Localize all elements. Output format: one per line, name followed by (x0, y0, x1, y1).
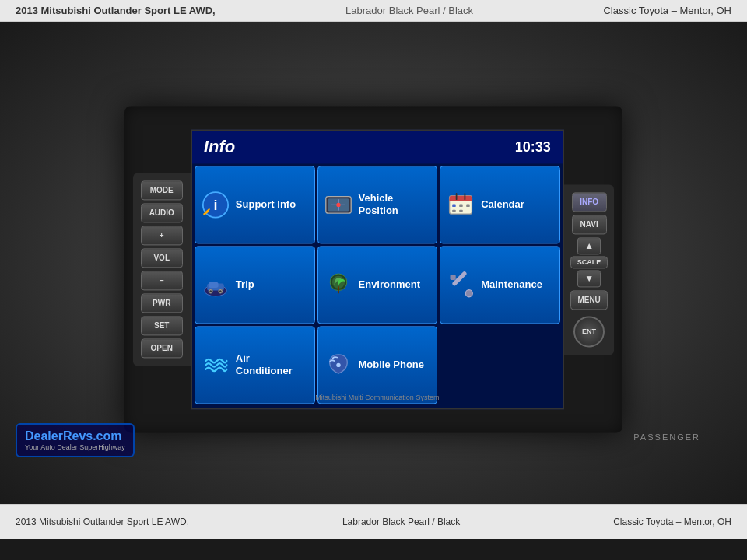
vehicle-position-icon (324, 191, 352, 219)
calendar-icon (447, 191, 475, 219)
menu-item-vehicle-position[interactable]: Vehicle Position (317, 166, 438, 243)
mobile-phone-label: Mobile Phone (359, 359, 425, 372)
bottom-dealer: Classic Toyota – Mentor, OH (613, 516, 731, 527)
vol-label: VOL (141, 248, 183, 268)
menu-item-support-info[interactable]: i Support Info (195, 166, 315, 243)
open-button[interactable]: OPEN (141, 338, 183, 358)
support-info-label: Support Info (236, 199, 296, 212)
menu-item-empty (440, 326, 560, 404)
watermark: DealerRevs.com Your Auto Dealer SuperHig… (16, 423, 135, 457)
screen-time: 10:33 (515, 139, 551, 156)
svg-text:i: i (213, 198, 217, 213)
air-conditioner-label: Air Conditioner (236, 353, 308, 377)
menu-item-trip[interactable]: Trip (195, 246, 315, 324)
menu-grid: i Support Info (192, 163, 563, 406)
infotainment-unit: MODE AUDIO + VOL – PWR SET OPEN Info 10:… (124, 106, 622, 432)
screen-title: Info (204, 137, 235, 157)
info-screen: Info 10:33 i Support Info (191, 129, 564, 409)
vehicle-position-label: Vehicle Position (359, 193, 431, 217)
svg-point-24 (209, 290, 212, 292)
maintenance-icon (447, 271, 475, 299)
svg-rect-14 (452, 205, 456, 208)
watermark-tagline: Your Auto Dealer SuperHighway (25, 443, 125, 451)
watermark-logo: DealerRevs.com (25, 429, 125, 443)
scale-label: SCALE (570, 256, 608, 268)
scale-down-arrow[interactable]: ▼ (577, 270, 601, 287)
top-bar: 2013 Mitsubishi Outlander Sport LE AWD, … (0, 0, 747, 22)
svg-point-32 (336, 363, 340, 367)
info-button[interactable]: INFO (572, 192, 607, 212)
calendar-label: Calendar (481, 199, 524, 212)
passenger-label: PASSENGER (633, 432, 700, 442)
svg-rect-17 (452, 210, 456, 212)
svg-rect-15 (459, 205, 463, 208)
menu-item-air-conditioner[interactable]: Air Conditioner (195, 326, 315, 404)
svg-rect-21 (209, 282, 219, 288)
menu-item-maintenance[interactable]: Maintenance (440, 246, 560, 324)
menu-button[interactable]: MENU (570, 290, 607, 310)
vol-plus-button[interactable]: + (141, 226, 183, 245)
top-bar-title: 2013 Mitsubishi Outlander Sport LE AWD, (16, 5, 216, 16)
top-bar-dealer: Classic Toyota – Mentor, OH (603, 5, 731, 16)
audio-button[interactable]: AUDIO (141, 203, 183, 222)
scale-arrows: ▲ SCALE ▼ (570, 237, 608, 287)
air-conditioner-icon (202, 351, 230, 379)
ent-knob[interactable]: ENT (573, 316, 605, 347)
trip-label: Trip (236, 279, 254, 292)
top-bar-color: Labrador Black Pearl / Black (345, 5, 473, 16)
environment-label: Environment (359, 279, 420, 292)
trip-icon (202, 271, 230, 299)
vol-minus-button[interactable]: – (141, 271, 183, 290)
bottom-color: Labrador Black Pearl / Black (342, 516, 460, 527)
svg-rect-11 (450, 199, 472, 201)
mode-button[interactable]: MODE (141, 180, 183, 200)
set-button[interactable]: SET (141, 316, 183, 335)
bottom-title: 2013 Mitsubishi Outlander Sport LE AWD, (16, 516, 189, 527)
mobile-phone-icon (324, 351, 352, 379)
pwr-button[interactable]: PWR (141, 293, 183, 313)
svg-rect-16 (466, 205, 470, 208)
menu-item-mobile-phone[interactable]: Mobile Phone (317, 326, 438, 404)
left-controls: MODE AUDIO + VOL – PWR SET OPEN (133, 173, 191, 366)
maintenance-label: Maintenance (481, 279, 542, 292)
navi-button[interactable]: NAVI (572, 215, 607, 234)
menu-item-calendar[interactable]: Calendar (440, 166, 560, 243)
svg-point-8 (336, 203, 340, 207)
bottom-bar: 2013 Mitsubishi Outlander Sport LE AWD, … (0, 504, 747, 539)
menu-item-environment[interactable]: Environment (317, 246, 438, 324)
support-info-icon: i (202, 191, 230, 219)
svg-point-31 (465, 290, 472, 297)
svg-point-25 (219, 290, 222, 292)
screen-header: Info 10:33 (192, 131, 563, 163)
right-controls: INFO NAVI ▲ SCALE ▼ MENU ENT (564, 184, 615, 355)
system-label: Mitsubishi Multi Communication System (315, 394, 439, 401)
main-content: DealerRevs.com Your Auto Dealer SuperHig… (0, 22, 747, 504)
scale-up-arrow[interactable]: ▲ (577, 237, 601, 254)
svg-rect-18 (459, 210, 463, 212)
environment-icon (324, 271, 352, 299)
svg-rect-30 (451, 275, 456, 280)
